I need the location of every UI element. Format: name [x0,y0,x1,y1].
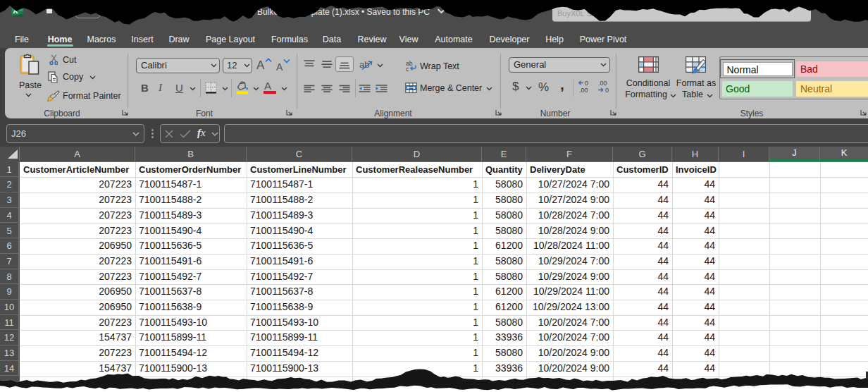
svg-text:.00: .00 [579,87,588,94]
svg-text:0: 0 [585,80,588,87]
svg-text:.00: .00 [598,80,607,87]
svg-text:0: 0 [605,87,609,94]
svg-text:X: X [13,6,18,15]
